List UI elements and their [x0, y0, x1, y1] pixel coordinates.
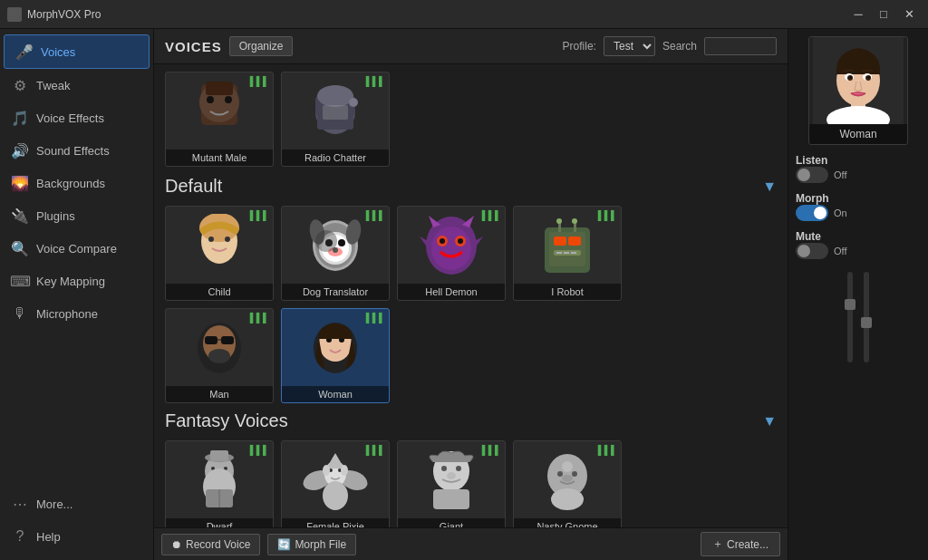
svg-point-45 — [572, 218, 577, 224]
sidebar-item-help[interactable]: ? Help — [0, 520, 153, 553]
slider-bar-1[interactable] — [847, 272, 853, 362]
svg-point-14 — [225, 237, 230, 242]
signal-icon: ▌▌▌ — [366, 445, 385, 455]
record-voice-button[interactable]: ⏺ Record Voice — [161, 534, 260, 555]
voice-card-female-pixie[interactable]: ▌▌▌ — [281, 440, 390, 527]
morph-toggle[interactable] — [796, 205, 828, 221]
sidebar-label-voice-effects: Voice Effects — [36, 111, 104, 125]
voice-card-nasty-gnome[interactable]: ▌▌▌ — [513, 440, 622, 527]
sidebar-item-more[interactable]: ⋯ More... — [0, 488, 153, 520]
voices-scroll[interactable]: ▌▌▌ Mutant Male — [154, 64, 788, 527]
voice-card-hell-demon[interactable]: ▌▌▌ — [397, 206, 506, 301]
morph-toggle-group: On — [796, 205, 921, 221]
voice-card-label: Man — [166, 386, 273, 402]
sidebar-item-key-mapping[interactable]: ⌨ Key Mapping — [0, 265, 153, 297]
signal-icon: ▌▌▌ — [250, 445, 269, 455]
voice-card-label: Mutant Male — [166, 150, 273, 166]
sidebar-item-sound-effects[interactable]: 🔊 Sound Effects — [0, 134, 153, 167]
create-button[interactable]: ＋ Create... — [701, 532, 780, 556]
slider-handle-1[interactable] — [845, 299, 856, 310]
voice-card-mutant-male[interactable]: ▌▌▌ Mutant Male — [165, 72, 274, 167]
signal-icon: ▌▌▌ — [366, 210, 385, 220]
header-right: Profile: Test Search — [563, 36, 777, 56]
svg-point-8 — [317, 85, 353, 107]
listen-toggle[interactable] — [796, 167, 828, 183]
profile-select[interactable]: Test — [604, 36, 655, 56]
signal-icon: ▌▌▌ — [250, 76, 269, 86]
voice-card-dwarf[interactable]: ▌▌▌ — [165, 440, 274, 527]
search-label: Search — [662, 40, 697, 53]
voice-card-child[interactable]: ▌▌▌ Child — [165, 206, 274, 301]
svg-point-30 — [440, 238, 445, 244]
svg-point-76 — [441, 466, 447, 471]
voice-card-woman[interactable]: ▌▌▌ Wom — [281, 308, 390, 403]
avatar-image-area — [809, 36, 907, 124]
tweak-icon: ⚙ — [11, 76, 29, 94]
sidebar-item-microphone[interactable]: 🎙 Microphone — [0, 297, 153, 330]
voice-card-giant[interactable]: ▌▌▌ — [397, 440, 506, 527]
svg-rect-40 — [564, 252, 569, 254]
more-icon: ⋯ — [11, 495, 29, 513]
voice-compare-icon: 🔍 — [11, 239, 29, 257]
sidebar-item-voice-compare[interactable]: 🔍 Voice Compare — [0, 232, 153, 265]
mute-label: Mute — [796, 230, 921, 243]
morph-file-button[interactable]: 🔄 Morph File — [267, 534, 356, 555]
voice-card-i-robot[interactable]: ▌▌▌ — [513, 206, 622, 301]
right-panel: Woman Listen Off Morph — [788, 29, 928, 560]
mute-toggle[interactable] — [796, 243, 828, 259]
voice-card-label: Hell Demon — [398, 284, 505, 300]
svg-point-85 — [572, 471, 577, 477]
svg-rect-9 — [323, 105, 348, 120]
default-voices-row1: ▌▌▌ Child ▌▌▌ — [165, 206, 777, 301]
section-fantasy-heading: Fantasy Voices ▼ — [165, 410, 777, 431]
svg-point-3 — [225, 96, 232, 103]
content-area: VOICES Organize Profile: Test Search ▌▌▌ — [154, 29, 788, 560]
sidebar-label-sound-effects: Sound Effects — [36, 144, 110, 158]
voice-effects-icon: 🎵 — [11, 109, 29, 127]
sidebar: 🎤 Voices ⚙ Tweak 🎵 Voice Effects 🔊 Sound… — [0, 29, 154, 560]
record-icon: ⏺ — [171, 538, 182, 551]
svg-point-83 — [562, 461, 573, 472]
search-input[interactable] — [704, 37, 777, 55]
section-default-collapse[interactable]: ▼ — [762, 179, 777, 195]
content-title: VOICES — [165, 39, 222, 54]
listen-state: Off — [834, 169, 846, 180]
fantasy-voices-row1: ▌▌▌ — [165, 440, 777, 527]
sidebar-bottom: ⋯ More... ? Help — [0, 488, 153, 560]
title-bar: MorphVOX Pro ─ □ ✕ — [0, 0, 928, 29]
voice-card-dog-translator[interactable]: ▌▌▌ — [281, 206, 390, 301]
svg-rect-37 — [568, 237, 581, 246]
sidebar-label-plugins: Plugins — [36, 209, 75, 223]
sidebar-item-plugins[interactable]: 🔌 Plugins — [0, 199, 153, 232]
voice-card-label: Nasty Gnome — [514, 518, 621, 527]
sidebar-label-microphone: Microphone — [36, 307, 98, 321]
key-mapping-icon: ⌨ — [11, 272, 29, 290]
sidebar-item-tweak[interactable]: ⚙ Tweak — [0, 69, 153, 101]
maximize-button[interactable]: □ — [872, 5, 895, 24]
svg-rect-36 — [554, 237, 566, 246]
close-button[interactable]: ✕ — [897, 5, 921, 24]
voice-card-label: Child — [166, 284, 273, 300]
minimize-button[interactable]: ─ — [846, 5, 870, 24]
sidebar-item-voices[interactable]: 🎤 Voices — [4, 34, 150, 69]
slider-bar-2[interactable] — [864, 272, 869, 362]
voice-card-label: Dwarf — [166, 518, 273, 527]
svg-point-27 — [431, 227, 471, 270]
slider-handle-2[interactable] — [861, 317, 872, 328]
sidebar-item-voice-effects[interactable]: 🎵 Voice Effects — [0, 101, 153, 134]
morph-toggle-thumb — [814, 207, 826, 219]
svg-rect-50 — [205, 336, 218, 344]
listen-label: Listen — [796, 154, 921, 167]
voice-card-radio-chatter[interactable]: ▌▌▌ Radio Chatter — [281, 72, 390, 167]
sliders-container — [844, 272, 873, 362]
voice-card-man[interactable]: ▌▌▌ — [165, 308, 274, 403]
organize-button[interactable]: Organize — [229, 36, 294, 56]
svg-point-53 — [208, 349, 230, 363]
top-row-voices: ▌▌▌ Mutant Male — [165, 72, 777, 167]
svg-point-96 — [850, 76, 853, 79]
svg-point-13 — [208, 237, 214, 242]
morph-icon: 🔄 — [277, 538, 291, 551]
mute-toggle-thumb — [798, 245, 810, 257]
section-fantasy-collapse[interactable]: ▼ — [762, 413, 777, 430]
sidebar-item-backgrounds[interactable]: 🌄 Backgrounds — [0, 167, 153, 199]
